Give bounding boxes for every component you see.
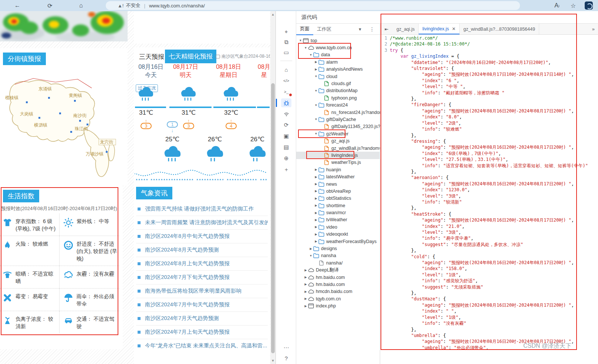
tree-row-top[interactable]: ▼top [296, 37, 380, 44]
tree-row-gz_aqi.js[interactable]: gz_aqi.js [296, 137, 380, 144]
news-item[interactable]: 南沙区2024年7月中旬天气趋势预报 [136, 298, 268, 312]
tree-expander-icon[interactable]: ▶ [304, 276, 308, 279]
editor-tab-gz_aqi.js[interactable]: gz_aqi.js [393, 24, 419, 34]
tree-row-cloud[interactable]: ▼cloud [296, 73, 380, 80]
tree-row-news[interactable]: ▶news [296, 181, 380, 188]
tree-row-nansha[interactable]: ▼nansha [296, 252, 380, 259]
tree-expander-icon[interactable]: ▶ [309, 247, 313, 250]
screen-rotation-icon[interactable]: ⟳ [281, 121, 291, 129]
tree-expander-icon[interactable]: ▶ [314, 168, 318, 171]
tree-expander-icon[interactable]: ▶ [314, 211, 318, 215]
tree-row-obtAreaRep[interactable]: ▶obtAreaRep [296, 188, 380, 195]
news-item[interactable]: 南海热带低压将给我区带来明显风雨影响 [136, 284, 268, 298]
tree-expander-icon[interactable]: ▶ [314, 197, 318, 200]
tree-row-typhoon.png[interactable]: typhoon.png [296, 94, 380, 101]
tree-expander-icon[interactable]: ▼ [314, 132, 318, 135]
home-icon[interactable]: ⌂ [281, 65, 291, 74]
page-scrollbar[interactable]: ▲ ▼ [270, 11, 276, 364]
editor-tab-gz_windBall.js[interactable]: gz_windBall.js?...87030981856449 [460, 24, 539, 34]
refresh-icon[interactable]: ⟳ [45, 1, 55, 10]
tree-expander-icon[interactable]: ▶ [314, 175, 318, 179]
tree-expander-icon[interactable]: ▼ [298, 39, 303, 42]
tree-row-hmcdn.baidu.com[interactable]: ▶hmcdn.baidu.com [296, 288, 380, 295]
bug-panel-icon[interactable] [281, 98, 291, 107]
tree-expander-icon[interactable]: ▼ [304, 46, 308, 50]
tree-row-obtStatistics[interactable]: ▶obtStatistics [296, 195, 380, 202]
tree-row-latestWeather[interactable]: ▶latestWeather [296, 173, 380, 180]
webauthn-globe-icon[interactable]: ⊕ [281, 154, 291, 163]
tree-row-weatherForecastByDays[interactable]: ▶weatherForecastByDays [296, 238, 380, 245]
tree-expander-icon[interactable]: ▼ [314, 104, 318, 107]
tree-expander-icon[interactable]: ▶ [314, 218, 318, 222]
tree-row-hm.baidu.com[interactable]: ▶hm.baidu.com [296, 281, 380, 288]
news-item[interactable]: 南沙区2024年7月下旬天气趋势预报 [136, 271, 268, 284]
read-aloud-icon[interactable]: A) [552, 1, 562, 10]
tree-expander-icon[interactable]: ▶ [314, 182, 318, 186]
tree-expander-icon[interactable]: ▼ [314, 89, 318, 92]
tree-row-tqyb.com.cn[interactable]: ▶tqyb.com.cn [296, 295, 380, 302]
news-item[interactable]: 南沙区2024年7月天气趋势预测 [136, 312, 268, 326]
storage-icon[interactable]: ▤ [281, 143, 291, 152]
news-item[interactable]: 南沙区2024年8月中旬天气趋势预报 [136, 230, 268, 243]
tree-row-gzWeather[interactable]: ▼gzWeather [296, 130, 380, 137]
tree-expander-icon[interactable]: ▶ [304, 269, 308, 272]
sources-icon[interactable]: </> [281, 76, 291, 85]
add-panel-icon[interactable]: ＋ [281, 165, 291, 174]
help-icon[interactable]: ? [281, 354, 291, 363]
tree-expander-icon[interactable]: ▶ [304, 290, 308, 293]
tree-row-livingIndex.js[interactable]: livingIndex.js [296, 152, 380, 159]
tree-row-videoqxxkt[interactable]: ▶videoqxxkt [296, 231, 380, 238]
tree-expander-icon[interactable]: ▶ [314, 189, 318, 193]
tree-row-clouds.gif[interactable]: clouds.gif [296, 80, 380, 87]
tree-row-weatherTips.js[interactable]: weatherTips.js [296, 159, 380, 166]
tree-expander-icon[interactable]: ▶ [314, 233, 318, 236]
tree-row-DeepL翻译[interactable]: ▶DeepL翻译 [296, 267, 380, 274]
performance-chip-icon[interactable]: ▣ [281, 132, 291, 141]
news-item[interactable]: 强雷雨天气持续 请做好强对流天气的防御工作 [136, 202, 268, 216]
tree-row-forecast24[interactable]: ▼forecast24 [296, 102, 380, 109]
navigator-tab-页面[interactable]: 页面 [296, 23, 313, 35]
scrollbar-thumb[interactable] [271, 83, 275, 353]
chevron-down-icon[interactable]: ▼ [358, 27, 362, 31]
tree-row-hm.baidu.com[interactable]: ▶hm.baidu.com [296, 274, 380, 281]
news-item[interactable]: 今年“龙舟水”已结束 未来重点关注台风、高温和雷... [136, 339, 268, 353]
favorite-star-icon[interactable]: ☆ [568, 1, 578, 10]
tree-expander-icon[interactable]: ▼ [314, 118, 318, 121]
tree-row-index.php[interactable]: ▶index.php [296, 302, 380, 309]
forecast-day-3[interactable]: 08月星 [244, 63, 270, 79]
tree-row-swan/mcr[interactable]: ▶swan/mcr [296, 209, 380, 216]
navigator-tab-工作区[interactable]: 工作区 [313, 24, 335, 35]
news-item[interactable]: 南沙区2024年8月上旬天气趋势预报 [136, 257, 268, 271]
collapse-sidebar-icon[interactable]: ⇤ [380, 24, 393, 34]
tree-row-giftDaily11345_2320.js?r.[interactable]: giftDaily11345_2320.js?r. [296, 123, 380, 130]
tree-expander-icon[interactable]: ▶ [314, 60, 318, 64]
tree-row-tvWeather[interactable]: ▶tvWeather [296, 216, 380, 223]
tree-row-distributionMap[interactable]: ▼distributionMap [296, 87, 380, 94]
back-icon[interactable]: ← [13, 1, 22, 10]
tree-row-video[interactable]: ▶video [296, 223, 380, 230]
tab-overflow-icon[interactable]: » [592, 26, 595, 32]
tab-seven-day-forecast[interactable]: 七天精细化预报 [165, 50, 216, 63]
tree-expander-icon[interactable]: ▼ [309, 254, 313, 257]
tree-row-data[interactable]: ▼data [296, 51, 380, 58]
tree-row-giftDailyCache[interactable]: ▼giftDailyCache [296, 116, 380, 123]
tree-row-designs[interactable]: ▶designs [296, 245, 380, 252]
tree-row-nansha/[interactable]: nansha/ [296, 259, 380, 266]
tree-row-alarm[interactable]: ▶alarm [296, 58, 380, 65]
forecast-day-1[interactable]: 08月17日明天 [165, 63, 206, 79]
news-item[interactable]: 南沙区2024年7月上旬天气趋势预报 [136, 326, 268, 339]
tree-row-huanjin[interactable]: ▶huanjin [296, 166, 380, 173]
device-toolbar-icon[interactable]: ⧉ [281, 38, 291, 47]
network-conditions-icon[interactable] [281, 109, 291, 118]
address-bar[interactable]: ▲! 不安全 | www.tqyb.com.cn/nansha/ [106, 1, 520, 10]
code-editor[interactable]: 1/*www.runbir.com*/2/*@cdate:2024-08-16 … [380, 35, 598, 364]
tree-expander-icon[interactable]: ▶ [314, 225, 318, 229]
tree-row-analysisAndNews[interactable]: ▶analysisAndNews [296, 66, 380, 73]
tree-expander-icon[interactable]: ▼ [309, 53, 313, 57]
tree-expander-icon[interactable]: ▶ [314, 204, 318, 207]
tree-row-shorttime[interactable]: ▶shorttime [296, 202, 380, 209]
home-icon[interactable]: ⌂ [76, 1, 86, 10]
tree-row-www.tqyb.com.cn[interactable]: ▼www.tqyb.com.cn [296, 44, 380, 51]
tab-three-day-forecast[interactable]: 三天预报 [139, 53, 164, 61]
tree-expander-icon[interactable]: ▼ [314, 75, 318, 78]
